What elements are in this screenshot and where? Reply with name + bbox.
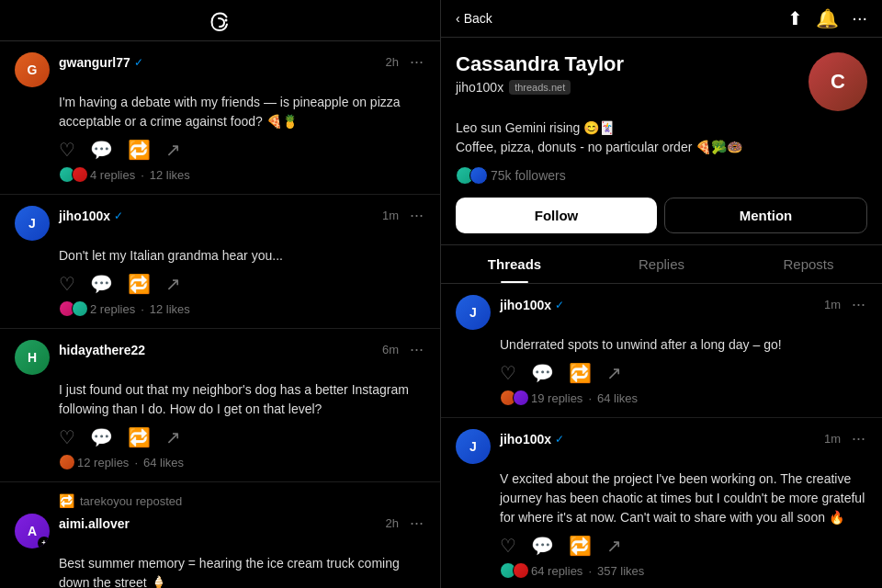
tab-threads[interactable]: Threads <box>441 245 588 283</box>
follower-avatars <box>456 166 483 185</box>
follower-avatar <box>469 166 488 185</box>
profile-handle-row: jiho100x threads.net <box>456 80 808 95</box>
more-options-button[interactable]: ··· <box>850 295 867 314</box>
like-button[interactable]: ♡ <box>59 273 75 295</box>
post-meta: hidayathere22 6m ··· <box>59 340 425 359</box>
username-row: hidayathere22 6m ··· <box>59 340 425 359</box>
profile-followers: 75k followers <box>456 166 867 185</box>
post-header: J jiho100x ✓ 1m ··· <box>15 206 425 241</box>
stat-avatars <box>500 562 526 579</box>
share-icon[interactable]: ⬆ <box>787 7 803 29</box>
post-time: 1m <box>824 432 841 446</box>
back-button[interactable]: ‹ Back <box>456 11 492 26</box>
more-options-button[interactable]: ··· <box>408 514 425 533</box>
likes-count: 12 likes <box>150 168 190 182</box>
replies-count: 2 replies <box>90 302 135 316</box>
stat-separator: · <box>134 456 138 469</box>
nav-icons: ⬆ 🔔 ··· <box>787 7 867 29</box>
post-actions: ♡ 💬 🔁 ↗ <box>59 273 425 295</box>
likes-count: 64 likes <box>143 456 184 469</box>
post-actions: ♡ 💬 🔁 ↗ <box>500 535 867 557</box>
verified-icon: ✓ <box>134 56 143 69</box>
post-meta: aimi.allover 2h ··· <box>59 514 425 533</box>
profile-top-row: Cassandra Taylor jiho100x threads.net C <box>456 52 867 111</box>
post-stats: 2 replies · 12 likes <box>59 300 425 317</box>
repost-button[interactable]: 🔁 <box>569 535 592 557</box>
likes-count: 357 likes <box>597 564 644 578</box>
post-content: I'm having a debate with my friends — is… <box>59 93 425 131</box>
post-stats: 4 replies · 12 likes <box>59 166 425 183</box>
stat-avatars <box>59 454 72 470</box>
more-icon[interactable]: ··· <box>852 7 867 29</box>
share-button[interactable]: ↗ <box>165 273 181 295</box>
post-header: G gwangurl77 ✓ 2h ··· <box>15 52 425 87</box>
post-meta: jiho100x ✓ 1m ··· <box>500 429 867 448</box>
repost-button[interactable]: 🔁 <box>128 139 151 161</box>
reply-button[interactable]: 💬 <box>531 535 554 557</box>
share-button[interactable]: ↗ <box>165 426 181 448</box>
reply-button[interactable]: 💬 <box>90 426 113 448</box>
avatar-placeholder: G <box>15 52 50 87</box>
share-button[interactable]: ↗ <box>606 362 622 384</box>
username: hidayathere22 <box>59 343 145 357</box>
reply-button[interactable]: 💬 <box>90 139 113 161</box>
replies-count: 4 replies <box>90 168 135 182</box>
avatar: J <box>15 206 50 241</box>
profile-handle: jiho100x <box>456 80 503 95</box>
username: jiho100x <box>59 209 110 223</box>
profile-name: Cassandra Taylor <box>456 52 808 76</box>
profile-badge: threads.net <box>509 80 571 95</box>
reposted-by-label: tarekoyou reposted <box>80 494 182 508</box>
stat-separator: · <box>141 168 144 182</box>
stat-separator: · <box>588 564 592 578</box>
post-meta: jiho100x ✓ 1m ··· <box>500 295 867 314</box>
follow-button[interactable]: Follow <box>456 198 657 233</box>
username-row: aimi.allover 2h ··· <box>59 514 425 533</box>
stat-avatars <box>59 300 85 317</box>
repost-button[interactable]: 🔁 <box>128 426 151 448</box>
reply-button[interactable]: 💬 <box>90 273 113 295</box>
post-content: V excited about the project I've been wo… <box>500 469 867 527</box>
right-profile-panel: ‹ Back ⬆ 🔔 ··· Cassandra Taylor jiho100x… <box>441 0 882 588</box>
profile-feed[interactable]: J jiho100x ✓ 1m ··· Underrated spots to … <box>441 284 882 588</box>
more-options-button[interactable]: ··· <box>408 206 425 225</box>
stat-avatar <box>59 454 75 470</box>
post-stats: 19 replies · 64 likes <box>500 390 867 406</box>
avatar: J <box>456 295 491 330</box>
post-content: Underrated spots to unwind after a long … <box>500 335 867 355</box>
avatar-placeholder: J <box>456 295 491 330</box>
username-row: jiho100x ✓ 1m ··· <box>500 429 867 448</box>
username-row: gwangurl77 ✓ 2h ··· <box>59 52 425 72</box>
tab-replies[interactable]: Replies <box>588 245 735 283</box>
share-button[interactable]: ↗ <box>606 535 622 557</box>
replies-count: 64 replies <box>531 564 582 578</box>
more-options-button[interactable]: ··· <box>408 340 425 359</box>
stat-avatar <box>513 562 529 579</box>
like-button[interactable]: ♡ <box>500 362 516 384</box>
verified-icon: ✓ <box>114 209 123 222</box>
post-stats: 12 replies · 64 likes <box>59 454 425 470</box>
more-options-button[interactable]: ··· <box>850 429 867 448</box>
like-button[interactable]: ♡ <box>59 426 75 448</box>
tab-reposts[interactable]: Reposts <box>735 245 882 283</box>
profile-post-item: J jiho100x ✓ 1m ··· V excited about the … <box>441 418 882 588</box>
username: gwangurl77 <box>59 55 130 70</box>
bell-icon[interactable]: 🔔 <box>816 7 839 29</box>
post-header: H hidayathere22 6m ··· <box>15 340 425 375</box>
share-button[interactable]: ↗ <box>165 139 181 161</box>
post-item: 🔁 tarekoyou reposted A + aimi.allover 2h… <box>0 482 440 588</box>
profile-bio: Leo sun Gemini rising 😊🃏 Coffee, pizza, … <box>456 119 867 157</box>
replies-count: 12 replies <box>77 456 129 469</box>
repost-button[interactable]: 🔁 <box>569 362 592 384</box>
more-options-button[interactable]: ··· <box>408 52 425 72</box>
like-button[interactable]: ♡ <box>59 139 75 161</box>
mention-button[interactable]: Mention <box>664 198 867 233</box>
post-actions: ♡ 💬 🔁 ↗ <box>59 139 425 161</box>
feed-scroll[interactable]: G gwangurl77 ✓ 2h ··· I'm having a debat… <box>0 41 440 588</box>
reply-button[interactable]: 💬 <box>531 362 554 384</box>
stat-avatars <box>500 390 526 406</box>
repost-button[interactable]: 🔁 <box>128 273 151 295</box>
post-content: Best summer memory = hearing the ice cre… <box>59 554 425 588</box>
like-button[interactable]: ♡ <box>500 535 516 557</box>
stat-avatar <box>72 300 88 317</box>
